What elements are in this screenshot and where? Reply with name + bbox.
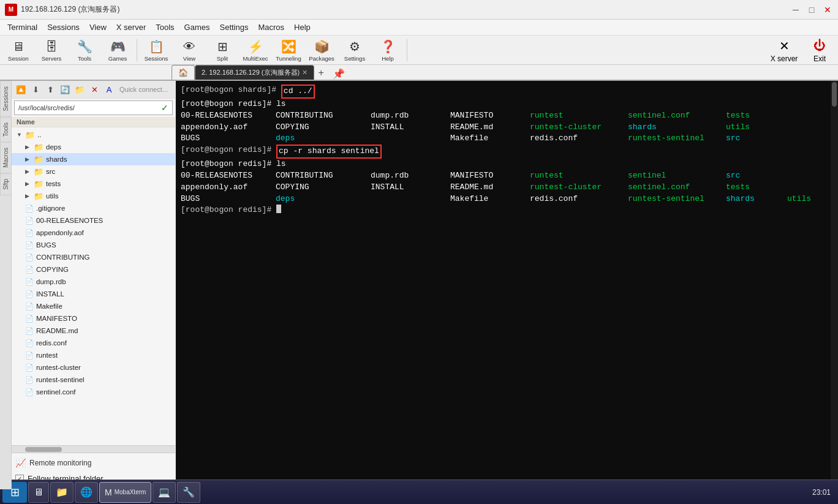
- toolbar-help[interactable]: ❓ Help: [372, 37, 404, 64]
- title-bar-controls: ─ □ ✕: [790, 4, 833, 15]
- tree-item-readme[interactable]: 📄 README.md: [12, 325, 175, 337]
- tree-item-runtest[interactable]: 📄 runtest: [12, 349, 175, 361]
- tree-item-deps[interactable]: ▶ 📁 deps: [12, 141, 175, 153]
- path-input[interactable]: /usr/local/src/redis/: [18, 104, 159, 111]
- sidebar-btn-4[interactable]: 🔄: [58, 83, 72, 96]
- tree-item-dumprdb[interactable]: 📄 dump.rdb: [12, 276, 175, 288]
- col-redisconf-2: redis.conf: [530, 194, 628, 205]
- tree-item-parent[interactable]: ▼ 📁 ..: [12, 129, 175, 141]
- file-icon: 📄: [25, 254, 34, 261]
- sidebar-btn-edit[interactable]: A: [102, 83, 116, 96]
- tree-item-makefile[interactable]: 📄 Makefile: [12, 300, 175, 312]
- menu-games[interactable]: Games: [179, 21, 215, 33]
- tree-item-contributing[interactable]: 📄 CONTRIBUTING: [12, 251, 175, 263]
- toolbar-sessions[interactable]: 📋 Sessions: [140, 37, 172, 64]
- close-button[interactable]: ✕: [822, 4, 833, 15]
- tree-item-tests[interactable]: ▶ 📁 tests: [12, 178, 175, 190]
- menu-tools[interactable]: Tools: [151, 21, 179, 33]
- tree-item-releasenotes[interactable]: 📄 00-RELEASENOTES: [12, 214, 175, 227]
- toolbar-games[interactable]: 🎮 Games: [102, 37, 134, 64]
- terminal[interactable]: [root@bogon shards]# cd ../ [root@bogon …: [176, 81, 831, 489]
- toolbar-split-label: Split: [217, 55, 228, 62]
- tree-item-copying[interactable]: 📄 COPYING: [12, 263, 175, 276]
- taskbar-item-4[interactable]: 💻: [153, 482, 176, 503]
- tree-item-gitignore[interactable]: 📄 .gitignore: [12, 202, 175, 214]
- home-icon: 🏠: [178, 68, 188, 77]
- file-tree[interactable]: ▼ 📁 .. ▶ 📁 deps ▶ 📁 shards: [12, 127, 175, 445]
- terminal-line-3: 00-RELEASENOTES CONTRIBUTING dump.rdb MA…: [181, 110, 826, 122]
- taskbar-item-active[interactable]: M MobaXterm: [99, 482, 151, 503]
- tab-add-button[interactable]: +: [314, 66, 328, 80]
- tab-pin-icon[interactable]: 📌: [333, 68, 345, 80]
- menu-settings[interactable]: Settings: [215, 21, 254, 33]
- tree-item-manifesto[interactable]: 📄 MANIFESTO: [12, 312, 175, 325]
- col-utils-2: utils: [787, 194, 811, 205]
- remote-monitoring-btn[interactable]: 📈 Remote monitoring: [15, 456, 172, 470]
- taskbar-item-5[interactable]: 🔧: [177, 482, 200, 503]
- toolbar-view[interactable]: 👁 View: [173, 37, 205, 64]
- col-contributing-1: CONTRIBUTING: [276, 110, 371, 122]
- toolbar-multiexec[interactable]: ⚡ MultiExec: [240, 37, 271, 64]
- toolbar-tools[interactable]: 🔧 Tools: [69, 37, 100, 64]
- exit-label: Exit: [813, 55, 826, 63]
- menu-terminal[interactable]: Terminal: [2, 21, 42, 33]
- terminal-scroll-thumb: [832, 82, 837, 107]
- sidebar-btn-delete[interactable]: ✕: [88, 83, 101, 96]
- settings-icon: ⚙: [346, 38, 363, 55]
- tree-item-src[interactable]: ▶ 📁 src: [12, 165, 175, 178]
- taskbar-item-2[interactable]: 📁: [50, 482, 74, 503]
- sidebar-btn-2[interactable]: ⬇: [29, 83, 42, 96]
- file-icon: 📄: [25, 315, 34, 323]
- file-icon: 📄: [25, 229, 34, 237]
- toolbar-multiexec-label: MultiExec: [243, 55, 268, 62]
- tree-item-label: BUGS: [36, 241, 56, 249]
- side-tools[interactable]: Tools: [0, 117, 11, 142]
- taskbar-item-3[interactable]: 🌐: [75, 482, 98, 503]
- toolbar-exit[interactable]: ⏻ Exit: [804, 37, 836, 64]
- tree-item-utils[interactable]: ▶ 📁 utils: [12, 190, 175, 202]
- side-sessions[interactable]: Sessions: [0, 81, 11, 117]
- menu-sessions[interactable]: Sessions: [42, 21, 85, 33]
- tree-item-redisconf[interactable]: 📄 redis.conf: [12, 337, 175, 349]
- toolbar-servers[interactable]: 🗄 Servers: [36, 37, 67, 64]
- sidebar-btn-3[interactable]: ⬆: [43, 83, 57, 96]
- col-shards-1: shards: [628, 122, 726, 134]
- tree-item-sentinelconf[interactable]: 📄 sentinel.conf: [12, 386, 175, 398]
- terminal-scrollbar[interactable]: [831, 81, 838, 489]
- tab-active[interactable]: 2. 192.168.126.129 (京淘服务器) ✕: [195, 65, 314, 80]
- col-src-1: src: [726, 133, 740, 145]
- toolbar-xserver[interactable]: ✕ X server: [766, 37, 802, 64]
- menu-xserver[interactable]: X server: [111, 21, 151, 33]
- sidebar-btn-5[interactable]: 📁: [73, 83, 86, 96]
- prompt-3: [root@bogon redis]#: [181, 145, 276, 159]
- toolbar-tunneling[interactable]: 🔀 Tunneling: [273, 37, 304, 64]
- toolbar-session[interactable]: 🖥 Session: [2, 37, 34, 64]
- tree-item-runtest-sentinel[interactable]: 📄 runtest-sentinel: [12, 374, 175, 386]
- tree-item-install[interactable]: 📄 INSTALL: [12, 288, 175, 300]
- menu-help[interactable]: Help: [289, 21, 315, 33]
- side-sftp[interactable]: Sftp: [0, 173, 11, 195]
- side-macros[interactable]: Macros: [0, 142, 11, 173]
- maximize-button[interactable]: □: [806, 4, 817, 15]
- terminal-line-6: [root@bogon redis]# cp -r shards sentine…: [181, 145, 826, 159]
- toolbar-split[interactable]: ⊞ Split: [206, 37, 238, 64]
- tree-item-label: appendonly.aof: [36, 229, 84, 236]
- tab-close-button[interactable]: ✕: [302, 69, 308, 77]
- menu-view[interactable]: View: [85, 21, 111, 33]
- tree-item-shards[interactable]: ▶ 📁 shards: [12, 153, 175, 165]
- tab-home[interactable]: 🏠: [172, 65, 195, 80]
- sidebar-hscroll[interactable]: [12, 445, 175, 453]
- sidebar-btn-1[interactable]: 🔼: [14, 83, 28, 96]
- prompt-5: [root@bogon redis]#: [181, 205, 276, 216]
- tree-item-appendonly[interactable]: 📄 appendonly.aof: [12, 227, 175, 239]
- sidebar: 🔼 ⬇ ⬆ 🔄 📁 ✕ A Quick connect... /usr/loca…: [12, 81, 176, 489]
- toolbar-settings[interactable]: ⚙ Settings: [339, 37, 371, 64]
- taskbar-item-1[interactable]: 🖥: [28, 482, 49, 503]
- tree-item-runtest-cluster[interactable]: 📄 runtest-cluster: [12, 361, 175, 374]
- toolbar-games-label: Games: [108, 55, 127, 62]
- menu-macros[interactable]: Macros: [253, 21, 289, 33]
- toolbar-packages[interactable]: 📦 Packages: [306, 37, 338, 64]
- cmd-box-2: cp -r shards sentinel: [276, 145, 382, 159]
- minimize-button[interactable]: ─: [790, 4, 801, 15]
- tree-item-bugs[interactable]: 📄 BUGS: [12, 239, 175, 251]
